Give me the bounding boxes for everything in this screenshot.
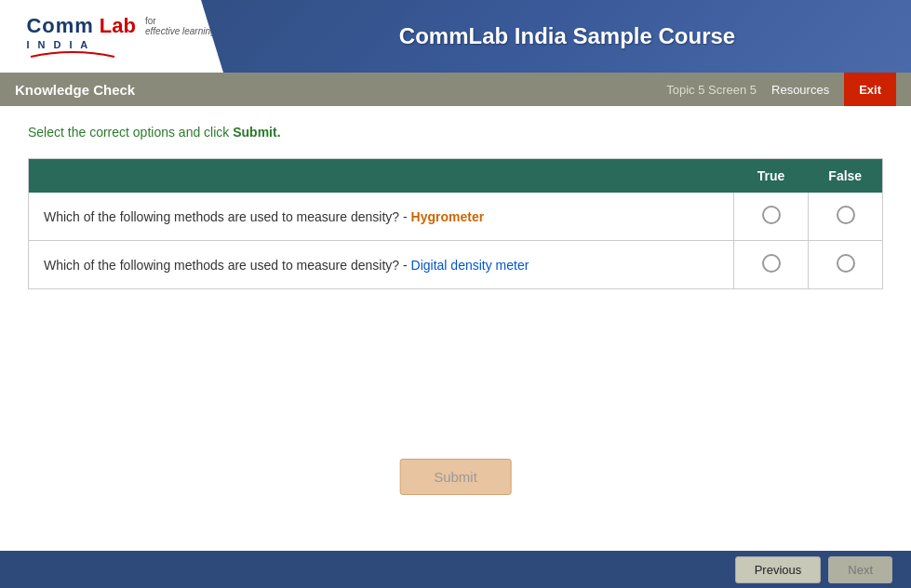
logo-decoration xyxy=(26,51,119,59)
false-col-header: False xyxy=(809,159,883,194)
q2-true-cell xyxy=(734,241,809,289)
previous-button[interactable]: Previous xyxy=(735,556,822,583)
q1-false-radio[interactable] xyxy=(837,206,855,224)
instruction-submit-word: Submit. xyxy=(233,125,280,140)
q2-false-cell xyxy=(809,241,883,289)
header: CommLab foreffective learning I N D I A … xyxy=(0,0,911,73)
quiz-table: True False Which of the following method… xyxy=(28,158,883,289)
table-row: Which of the following methods are used … xyxy=(29,193,883,241)
toolbar-section-title: Knowledge Check xyxy=(15,82,666,98)
question-col-header xyxy=(29,159,734,194)
submit-area: Submit xyxy=(399,459,512,495)
instruction-text: Select the correct options and click Sub… xyxy=(28,125,883,140)
question-1-prefix: Which of the following methods are used … xyxy=(44,209,411,224)
main-content: Select the correct options and click Sub… xyxy=(0,106,911,551)
next-button[interactable]: Next xyxy=(828,556,892,583)
submit-button[interactable]: Submit xyxy=(399,459,512,495)
question-2-highlight: Digital density meter xyxy=(411,258,529,273)
quiz-header: True False xyxy=(29,159,883,194)
resources-button[interactable]: Resources xyxy=(771,83,829,97)
q2-false-radio[interactable] xyxy=(837,254,855,273)
exit-button[interactable]: Exit xyxy=(844,73,896,106)
toolbar-nav: Topic 5 Screen 5 Resources Exit xyxy=(666,73,896,106)
table-row: Which of the following methods are used … xyxy=(29,241,883,289)
question-2-cell: Which of the following methods are used … xyxy=(29,241,734,289)
q1-false-cell xyxy=(809,193,883,241)
logo-text: CommLab foreffective learning xyxy=(26,14,215,38)
toolbar: Knowledge Check Topic 5 Screen 5 Resourc… xyxy=(0,73,911,106)
true-col-header: True xyxy=(734,159,809,194)
logo: CommLab foreffective learning I N D I A xyxy=(26,14,215,59)
footer: Previous Next xyxy=(0,551,911,588)
topic-info: Topic 5 Screen 5 xyxy=(666,83,757,97)
q1-true-cell xyxy=(734,193,809,241)
logo-tagline: foreffective learning xyxy=(145,16,216,36)
question-1-cell: Which of the following methods are used … xyxy=(29,193,734,241)
header-title: CommLab India Sample Course xyxy=(223,23,911,49)
logo-comm: Comm xyxy=(26,14,93,38)
question-2-prefix: Which of the following methods are used … xyxy=(44,258,411,273)
q1-true-radio[interactable] xyxy=(762,206,781,224)
q2-true-radio[interactable] xyxy=(762,254,781,273)
instruction-prefix: Select the correct options and click xyxy=(28,125,233,140)
logo-lab: Lab xyxy=(100,14,136,38)
logo-india-row: I N D I A xyxy=(26,39,90,50)
question-1-highlight: Hygrometer xyxy=(411,209,485,224)
logo-india: I N D I A xyxy=(26,39,90,50)
quiz-header-row: True False xyxy=(29,159,883,194)
logo-area: CommLab foreffective learning I N D I A xyxy=(0,0,223,73)
quiz-body: Which of the following methods are used … xyxy=(29,193,883,289)
